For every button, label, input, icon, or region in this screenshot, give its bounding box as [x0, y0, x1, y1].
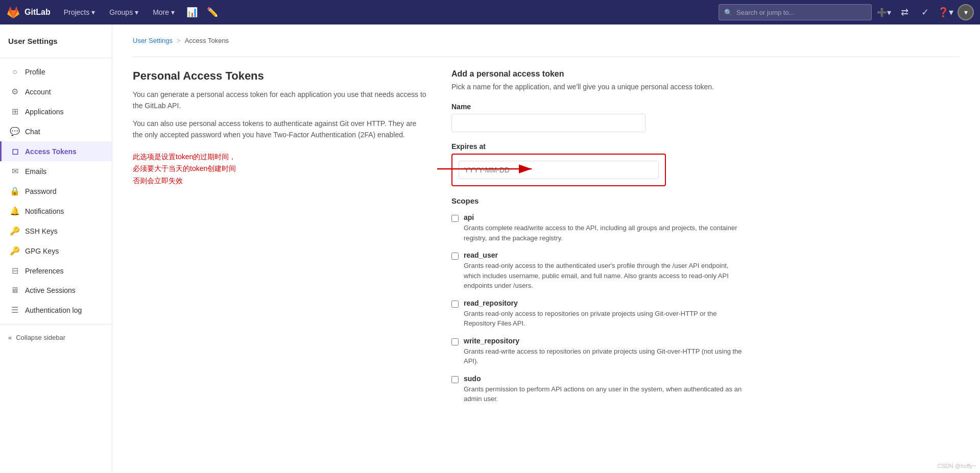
breadcrumb-separator: >	[177, 37, 181, 44]
nav-more[interactable]: More ▾	[148, 6, 180, 18]
sidebar-item-password[interactable]: 🔒 Password	[0, 181, 112, 201]
sidebar-divider-top	[0, 58, 112, 58]
left-paragraph-1: You can generate a personal access token…	[133, 89, 427, 112]
main-content: User Settings > Access Tokens Personal A…	[112, 24, 980, 473]
sidebar-item-preferences[interactable]: ⊟ Preferences	[0, 261, 112, 281]
breadcrumb-current: Access Tokens	[185, 37, 229, 44]
account-icon: ⚙	[10, 87, 20, 96]
sidebar-item-gpg-keys[interactable]: 🔑 GPG Keys	[0, 241, 112, 261]
scope-api-checkbox[interactable]	[451, 215, 459, 222]
applications-icon: ⊞	[10, 107, 20, 116]
pencil-icon-btn[interactable]: ✏️	[204, 4, 221, 20]
auth-log-icon: ☰	[10, 305, 20, 315]
sidebar-item-chat[interactable]: 💬 Chat	[0, 121, 112, 141]
profile-icon: ○	[10, 67, 20, 77]
annotation-text: 此选项是设置token的过期时间， 必须要大于当天的token创建时间 否则会立…	[133, 151, 427, 187]
scope-sudo-desc: Grants permission to perform API actions…	[464, 384, 746, 404]
gpg-keys-icon: 🔑	[10, 246, 20, 256]
sidebar-item-account[interactable]: ⚙ Account	[0, 82, 112, 102]
chevron-down-icon: ▾	[91, 8, 95, 16]
scope-read-repository-name: read_repository	[464, 299, 746, 307]
sidebar-title: User Settings	[0, 33, 112, 54]
scope-api-desc: Grants complete read/write access to the…	[464, 223, 746, 243]
chat-icon: 💬	[10, 127, 20, 136]
scope-read-repository: read_repository Grants read-only access …	[451, 299, 746, 329]
add-icon-btn[interactable]: ➕▾	[876, 4, 892, 20]
user-avatar[interactable]: ▾	[958, 4, 974, 20]
topnav: GitLab Projects ▾ Groups ▾ More ▾ 📊 ✏️ 🔍…	[0, 0, 980, 24]
annotation-arrow	[437, 159, 539, 179]
ssh-keys-icon: 🔑	[10, 226, 20, 236]
nav-groups[interactable]: Groups ▾	[104, 6, 144, 18]
page-layout: User Settings ○ Profile ⚙ Account ⊞ Appl…	[0, 24, 980, 473]
scope-api: api Grants complete read/write access to…	[451, 213, 746, 243]
left-paragraph-2: You can also use personal access tokens …	[133, 118, 427, 141]
sidebar-item-emails[interactable]: ✉ Emails	[0, 161, 112, 181]
name-field-group: Name	[451, 103, 746, 132]
collapse-icon: «	[8, 334, 12, 341]
sidebar-item-ssh-keys[interactable]: 🔑 SSH Keys	[0, 221, 112, 241]
scope-read-user: read_user Grants read-only access to the…	[451, 251, 746, 291]
breadcrumb: User Settings > Access Tokens	[133, 37, 960, 44]
scope-sudo-checkbox[interactable]	[451, 376, 459, 383]
name-input[interactable]	[451, 114, 646, 132]
form-subtitle: Pick a name for the application, and we'…	[451, 82, 746, 92]
sidebar-item-notifications[interactable]: 🔔 Notifications	[0, 201, 112, 221]
page-title: Personal Access Tokens	[133, 69, 427, 83]
scope-write-repository-desc: Grants read-write access to repositories…	[464, 346, 746, 366]
scope-sudo-name: sudo	[464, 375, 746, 383]
scopes-title: Scopes	[451, 196, 746, 205]
scope-read-repository-desc: Grants read-only access to repositories …	[464, 309, 746, 329]
preferences-icon: ⊟	[10, 266, 20, 276]
chevron-down-icon: ▾	[171, 8, 175, 16]
expires-label: Expires at	[451, 142, 746, 151]
scope-read-user-desc: Grants read-only access to the authentic…	[464, 261, 746, 291]
sidebar-item-auth-log[interactable]: ☰ Authentication log	[0, 300, 112, 320]
sidebar-item-access-tokens[interactable]: ◻ Access Tokens	[0, 141, 112, 161]
form-title: Add a personal access token	[451, 69, 746, 79]
breadcrumb-parent-link[interactable]: User Settings	[133, 37, 173, 44]
todo-icon-btn[interactable]: ✓	[917, 4, 933, 20]
merge-request-icon-btn[interactable]: ⇄	[896, 4, 913, 20]
content-divider	[133, 57, 960, 57]
access-tokens-icon: ◻	[10, 146, 20, 156]
scope-api-name: api	[464, 213, 746, 221]
left-column: Personal Access Tokens You can generate …	[133, 69, 427, 412]
right-column: Add a personal access token Pick a name …	[451, 69, 746, 412]
chart-icon-btn[interactable]: 📊	[184, 4, 200, 20]
scope-write-repository: write_repository Grants read-write acces…	[451, 337, 746, 366]
password-icon: 🔒	[10, 186, 20, 196]
search-icon: 🔍	[724, 9, 732, 16]
chevron-down-icon: ▾	[135, 8, 138, 16]
watermark: CSDN @huffy~	[938, 463, 976, 469]
help-icon-btn[interactable]: ❓▾	[937, 4, 953, 20]
sidebar-divider-bottom	[0, 324, 112, 325]
collapse-sidebar-btn[interactable]: « Collapse sidebar	[0, 329, 112, 346]
sidebar-item-profile[interactable]: ○ Profile	[0, 62, 112, 82]
nav-projects[interactable]: Projects ▾	[59, 6, 101, 18]
gitlab-logo-icon	[6, 5, 20, 19]
annotation-block: 此选项是设置token的过期时间， 必须要大于当天的token创建时间 否则会立…	[133, 151, 427, 187]
search-input[interactable]	[736, 9, 866, 16]
sidebar: User Settings ○ Profile ⚙ Account ⊞ Appl…	[0, 24, 112, 473]
active-sessions-icon: 🖥	[10, 286, 20, 295]
scope-sudo: sudo Grants permission to perform API ac…	[451, 375, 746, 404]
notifications-icon: 🔔	[10, 206, 20, 216]
name-label: Name	[451, 103, 746, 111]
gitlab-logo[interactable]: GitLab	[6, 5, 51, 19]
scope-read-user-name: read_user	[464, 251, 746, 259]
sidebar-item-applications[interactable]: ⊞ Applications	[0, 102, 112, 121]
search-box: 🔍	[719, 4, 872, 20]
scope-write-repository-checkbox[interactable]	[451, 338, 459, 345]
sidebar-item-active-sessions[interactable]: 🖥 Active Sessions	[0, 281, 112, 300]
scope-write-repository-name: write_repository	[464, 337, 746, 345]
content-grid: Personal Access Tokens You can generate …	[133, 69, 746, 412]
emails-icon: ✉	[10, 166, 20, 176]
scope-read-user-checkbox[interactable]	[451, 253, 459, 260]
scope-read-repository-checkbox[interactable]	[451, 301, 459, 308]
scopes-section: Scopes api Grants complete read/write ac…	[451, 196, 746, 404]
